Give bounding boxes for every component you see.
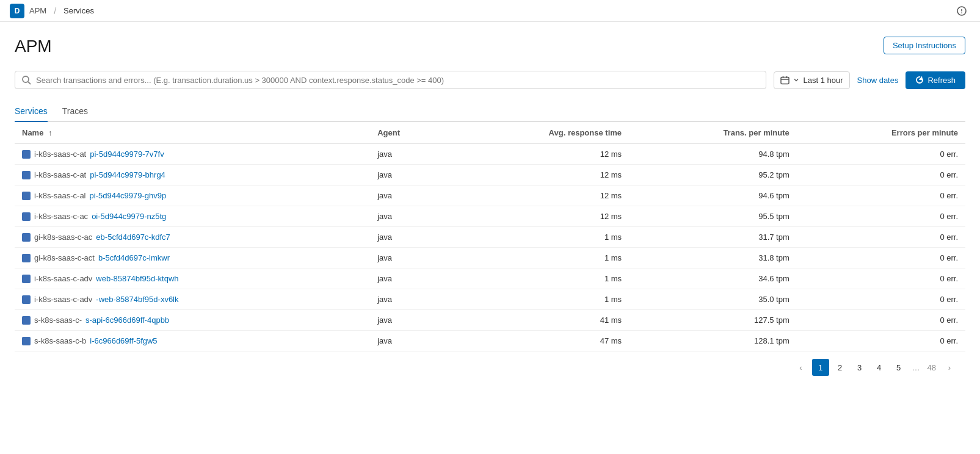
epm-cell: 0 err.	[797, 248, 965, 268]
main-content: APM Setup Instructions Last 1 hour Show …	[0, 22, 980, 383]
show-dates-button[interactable]: Show dates	[857, 76, 899, 85]
service-name-cell: i-k8s-saas-c-ac oi-5d944c9979-nz5tg	[15, 206, 370, 227]
refresh-icon	[915, 76, 924, 84]
service-badge	[22, 316, 31, 325]
svg-point-3	[23, 76, 29, 82]
service-link[interactable]: s-api-6c966d69ff-4qpbb	[85, 315, 169, 325]
col-header-agent: Agent	[370, 122, 447, 144]
table-row: gi-k8s-saas-c-act b-5cfd4d697c-lmkwr jav…	[15, 248, 965, 268]
pagination-page-1[interactable]: 1	[812, 359, 829, 376]
svg-rect-5	[781, 77, 789, 84]
tpm-cell: 128.1 tpm	[629, 331, 797, 351]
nav-apm[interactable]: APM	[29, 6, 46, 15]
service-badge	[22, 254, 31, 262]
tpm-cell: 127.5 tpm	[629, 310, 797, 331]
setup-instructions-button[interactable]: Setup Instructions	[884, 37, 965, 54]
refresh-button[interactable]: Refresh	[906, 71, 965, 89]
tabs: Services Traces	[15, 101, 965, 122]
service-link[interactable]: pi-5d944c9979-ghv9p	[90, 191, 167, 200]
epm-cell: 0 err.	[797, 206, 965, 227]
calendar-dropdown-icon	[793, 77, 799, 83]
nav-icon-btn-1[interactable]	[953, 2, 970, 20]
agent-cell: java	[370, 289, 447, 310]
search-input[interactable]	[36, 76, 760, 85]
service-link[interactable]: eb-5cfd4d697c-kdfc7	[96, 232, 170, 242]
avg-response-cell: 12 ms	[447, 144, 629, 165]
service-link[interactable]: i-6c966d69ff-5fgw5	[90, 336, 157, 345]
pagination: ‹ 1 2 3 4 5 … 48 ›	[15, 351, 965, 383]
page-title: APM	[15, 37, 52, 56]
epm-cell: 0 err.	[797, 289, 965, 310]
tpm-cell: 31.8 tpm	[629, 248, 797, 268]
avg-response-cell: 1 ms	[447, 248, 629, 268]
pagination-page-5[interactable]: 5	[890, 359, 907, 376]
table-row: i-k8s-saas-c-adv -web-85874bf95d-xv6lk j…	[15, 289, 965, 310]
service-prefix: s-k8s-saas-c-b	[34, 336, 86, 345]
col-header-avg-response: Avg. response time	[447, 122, 629, 144]
service-name-cell: i-k8s-saas-c-adv web-85874bf95d-ktqwh	[15, 268, 370, 289]
service-name-cell: i-k8s-saas-c-at pi-5d944c9979-7v7fv	[15, 144, 370, 165]
service-link[interactable]: b-5cfd4d697c-lmkwr	[98, 253, 170, 262]
epm-cell: 0 err.	[797, 227, 965, 248]
pagination-page-4[interactable]: 4	[871, 359, 888, 376]
tpm-cell: 34.6 tpm	[629, 268, 797, 289]
service-name-cell: i-k8s-saas-c-at pi-5d944c9979-bhrg4	[15, 165, 370, 186]
services-table: Name ↑ Agent Avg. response time Trans. p…	[15, 122, 965, 351]
service-prefix: s-k8s-saas-c-	[34, 315, 82, 325]
epm-cell: 0 err.	[797, 144, 965, 165]
tpm-cell: 35.0 tpm	[629, 289, 797, 310]
avg-response-cell: 12 ms	[447, 206, 629, 227]
service-badge	[22, 192, 31, 200]
agent-cell: java	[370, 186, 447, 206]
agent-cell: java	[370, 268, 447, 289]
col-header-name[interactable]: Name ↑	[15, 122, 370, 144]
service-prefix: i-k8s-saas-c-adv	[34, 295, 92, 304]
avg-response-cell: 12 ms	[447, 165, 629, 186]
avg-response-cell: 1 ms	[447, 268, 629, 289]
nav-avatar[interactable]: D	[10, 4, 24, 18]
nav-services[interactable]: Services	[64, 6, 94, 15]
service-prefix: i-k8s-saas-c-al	[34, 191, 86, 200]
service-name-cell: s-k8s-saas-c- s-api-6c966d69ff-4qpbb	[15, 310, 370, 331]
service-link[interactable]: oi-5d944c9979-nz5tg	[92, 212, 166, 221]
agent-cell: java	[370, 165, 447, 186]
nav-separator: /	[54, 6, 56, 16]
service-name-cell: i-k8s-saas-c-al pi-5d944c9979-ghv9p	[15, 186, 370, 206]
svg-line-4	[28, 82, 31, 84]
agent-cell: java	[370, 248, 447, 268]
table-row: i-k8s-saas-c-ac oi-5d944c9979-nz5tg java…	[15, 206, 965, 227]
service-link[interactable]: web-85874bf95d-ktqwh	[96, 274, 178, 283]
pagination-next[interactable]: ›	[941, 359, 958, 376]
top-nav: D APM / Services	[0, 0, 980, 22]
avg-response-cell: 1 ms	[447, 227, 629, 248]
calendar-icon	[780, 76, 789, 85]
tab-services[interactable]: Services	[15, 101, 48, 122]
sort-icon: ↑	[48, 128, 53, 137]
service-link[interactable]: pi-5d944c9979-bhrg4	[90, 170, 165, 179]
service-prefix: i-k8s-saas-c-ac	[34, 212, 88, 221]
time-range-label: Last 1 hour	[803, 76, 843, 85]
service-name-cell: gi-k8s-saas-c-act b-5cfd4d697c-lmkwr	[15, 248, 370, 268]
tpm-cell: 95.5 tpm	[629, 206, 797, 227]
epm-cell: 0 err.	[797, 310, 965, 331]
service-name-cell: s-k8s-saas-c-b i-6c966d69ff-5fgw5	[15, 331, 370, 351]
pagination-total: 48	[925, 363, 938, 372]
col-header-epm: Errors per minute	[797, 122, 965, 144]
service-prefix: i-k8s-saas-c-at	[34, 150, 86, 159]
service-link[interactable]: pi-5d944c9979-7v7fv	[90, 150, 164, 159]
service-badge	[22, 212, 31, 221]
pagination-page-2[interactable]: 2	[832, 359, 849, 376]
search-icon	[21, 75, 31, 85]
avg-response-cell: 47 ms	[447, 331, 629, 351]
tpm-cell: 95.2 tpm	[629, 165, 797, 186]
pagination-prev[interactable]: ‹	[793, 359, 810, 376]
table-row: i-k8s-saas-c-al pi-5d944c9979-ghv9p java…	[15, 186, 965, 206]
time-range-select[interactable]: Last 1 hour	[774, 71, 849, 89]
service-link[interactable]: -web-85874bf95d-xv6lk	[96, 295, 178, 304]
table-row: gi-k8s-saas-c-ac eb-5cfd4d697c-kdfc7 jav…	[15, 227, 965, 248]
svg-point-2	[961, 12, 962, 13]
col-header-tpm: Trans. per minute	[629, 122, 797, 144]
tab-traces[interactable]: Traces	[62, 101, 88, 122]
pagination-page-3[interactable]: 3	[851, 359, 868, 376]
services-table-wrap: Name ↑ Agent Avg. response time Trans. p…	[15, 122, 965, 351]
